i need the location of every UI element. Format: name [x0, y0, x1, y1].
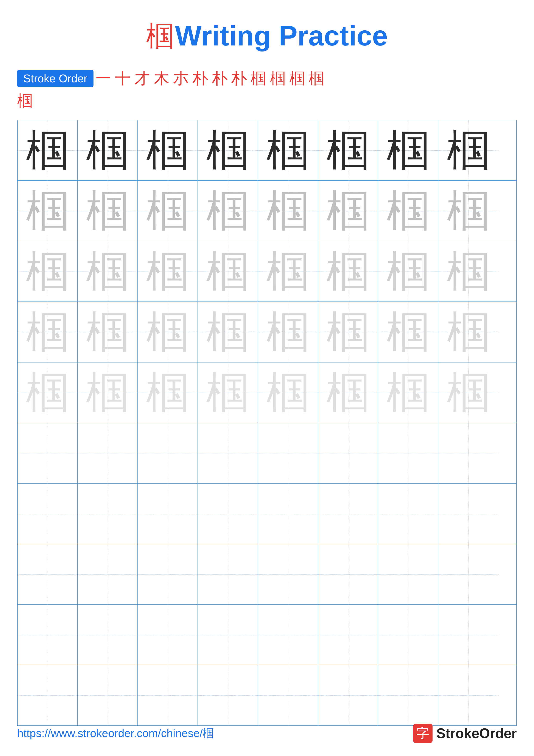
- grid-cell[interactable]: 椢: [18, 363, 78, 422]
- grid-cell[interactable]: 椢: [258, 665, 318, 725]
- grid-cell[interactable]: 椢: [138, 484, 198, 544]
- grid-cell[interactable]: 椢: [378, 302, 438, 362]
- logo-text: StrokeOrder: [436, 725, 517, 741]
- grid-cell[interactable]: 椢: [138, 120, 198, 180]
- grid-cell[interactable]: 椢: [378, 605, 438, 665]
- grid-cell[interactable]: 椢: [78, 665, 138, 725]
- stroke-11: 椢: [290, 68, 305, 89]
- grid-cell[interactable]: 椢: [438, 120, 498, 180]
- grid-cell[interactable]: 椢: [258, 544, 318, 604]
- grid-cell[interactable]: 椢: [258, 605, 318, 665]
- grid-row-5: 椢 椢 椢 椢 椢 椢 椢 椢: [18, 363, 516, 423]
- grid-cell[interactable]: 椢: [378, 120, 438, 180]
- grid-cell[interactable]: 椢: [18, 605, 78, 665]
- stroke-5: 朩: [173, 68, 189, 89]
- footer-url: https://www.strokeorder.com/chinese/椢: [17, 726, 214, 741]
- title-text: Writing Practice: [175, 20, 388, 51]
- grid-cell[interactable]: 椢: [258, 484, 318, 544]
- grid-cell[interactable]: 椢: [138, 363, 198, 422]
- stroke-chars: 一 十 才 木 朩 朴 朴 朴 椢 椢 椢 椢: [96, 68, 324, 89]
- grid-cell[interactable]: 椢: [438, 423, 498, 483]
- grid-cell[interactable]: 椢: [18, 423, 78, 483]
- grid-cell[interactable]: 椢: [138, 665, 198, 725]
- grid-cell[interactable]: 椢: [378, 544, 438, 604]
- grid-cell[interactable]: 椢: [378, 665, 438, 725]
- grid-cell[interactable]: 椢: [198, 181, 258, 241]
- grid-cell[interactable]: 椢: [258, 302, 318, 362]
- grid-cell[interactable]: 椢: [258, 363, 318, 422]
- grid-cell[interactable]: 椢: [438, 241, 498, 302]
- grid-cell[interactable]: 椢: [78, 363, 138, 422]
- stroke-2: 十: [115, 68, 131, 89]
- grid-cell[interactable]: 椢: [18, 302, 78, 362]
- grid-cell[interactable]: 椢: [438, 302, 498, 362]
- cell-char: 椢: [447, 129, 490, 172]
- grid-cell[interactable]: 椢: [198, 544, 258, 604]
- cell-char: 椢: [327, 371, 369, 414]
- grid-cell[interactable]: 椢: [438, 363, 498, 422]
- grid-cell[interactable]: 椢: [138, 544, 198, 604]
- grid-cell[interactable]: 椢: [198, 605, 258, 665]
- cell-char: 椢: [447, 371, 490, 414]
- grid-cell[interactable]: 椢: [378, 181, 438, 241]
- grid-cell[interactable]: 椢: [78, 423, 138, 483]
- grid-cell[interactable]: 椢: [318, 302, 378, 362]
- grid-cell[interactable]: 椢: [78, 181, 138, 241]
- grid-cell[interactable]: 椢: [138, 181, 198, 241]
- grid-cell[interactable]: 椢: [438, 181, 498, 241]
- cell-char: 椢: [86, 250, 129, 293]
- grid-cell[interactable]: 椢: [78, 544, 138, 604]
- grid-cell[interactable]: 椢: [378, 423, 438, 483]
- grid-cell[interactable]: 椢: [18, 665, 78, 725]
- grid-cell[interactable]: 椢: [438, 484, 498, 544]
- grid-cell[interactable]: 椢: [198, 302, 258, 362]
- grid-cell[interactable]: 椢: [318, 544, 378, 604]
- cell-char: 椢: [26, 371, 69, 414]
- grid-cell[interactable]: 椢: [318, 363, 378, 422]
- grid-cell[interactable]: 椢: [78, 302, 138, 362]
- grid-cell[interactable]: 椢: [18, 544, 78, 604]
- grid-cell[interactable]: 椢: [138, 423, 198, 483]
- grid-cell[interactable]: 椢: [258, 181, 318, 241]
- grid-row-4: 椢 椢 椢 椢 椢 椢 椢 椢: [18, 302, 516, 363]
- grid-cell[interactable]: 椢: [438, 665, 498, 725]
- grid-cell[interactable]: 椢: [198, 484, 258, 544]
- grid-cell[interactable]: 椢: [198, 241, 258, 302]
- grid-cell[interactable]: 椢: [198, 665, 258, 725]
- grid-cell[interactable]: 椢: [258, 241, 318, 302]
- grid-cell[interactable]: 椢: [198, 423, 258, 483]
- grid-cell[interactable]: 椢: [78, 241, 138, 302]
- grid-cell[interactable]: 椢: [198, 363, 258, 422]
- grid-cell[interactable]: 椢: [18, 120, 78, 180]
- grid-cell[interactable]: 椢: [438, 605, 498, 665]
- cell-char: 椢: [267, 371, 310, 414]
- grid-cell[interactable]: 椢: [18, 181, 78, 241]
- grid-cell[interactable]: 椢: [438, 544, 498, 604]
- grid-cell[interactable]: 椢: [318, 181, 378, 241]
- grid-cell[interactable]: 椢: [318, 484, 378, 544]
- grid-cell[interactable]: 椢: [318, 241, 378, 302]
- grid-cell[interactable]: 椢: [78, 484, 138, 544]
- grid-cell[interactable]: 椢: [318, 423, 378, 483]
- grid-cell[interactable]: 椢: [318, 665, 378, 725]
- grid-cell[interactable]: 椢: [378, 241, 438, 302]
- grid-cell[interactable]: 椢: [258, 423, 318, 483]
- stroke-9: 椢: [251, 68, 266, 89]
- grid-cell[interactable]: 椢: [78, 120, 138, 180]
- grid-cell[interactable]: 椢: [378, 484, 438, 544]
- grid-cell[interactable]: 椢: [318, 605, 378, 665]
- grid-cell[interactable]: 椢: [138, 302, 198, 362]
- grid-cell[interactable]: 椢: [258, 120, 318, 180]
- cell-char: 椢: [327, 129, 369, 172]
- grid-cell[interactable]: 椢: [18, 484, 78, 544]
- grid-cell[interactable]: 椢: [318, 120, 378, 180]
- grid-cell[interactable]: 椢: [198, 120, 258, 180]
- cell-char: 椢: [146, 250, 189, 293]
- grid-cell[interactable]: 椢: [378, 363, 438, 422]
- grid-cell[interactable]: 椢: [18, 241, 78, 302]
- cell-char: 椢: [86, 371, 129, 414]
- grid-cell[interactable]: 椢: [138, 241, 198, 302]
- grid-cell[interactable]: 椢: [138, 605, 198, 665]
- cell-char: 椢: [387, 371, 430, 414]
- grid-cell[interactable]: 椢: [78, 605, 138, 665]
